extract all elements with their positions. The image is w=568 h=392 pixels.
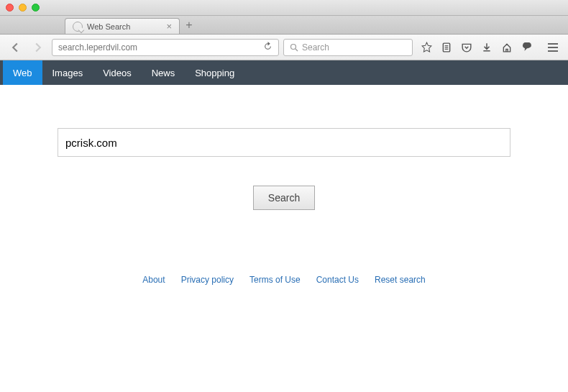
main-content: Search About Privacy policy Terms of Use… bbox=[0, 85, 568, 314]
chat-button[interactable] bbox=[518, 39, 536, 56]
footer-reset[interactable]: Reset search bbox=[375, 275, 426, 285]
new-tab-button[interactable]: + bbox=[180, 16, 198, 34]
globe-icon bbox=[73, 22, 83, 32]
pocket-button[interactable] bbox=[457, 39, 476, 56]
reading-list-button[interactable] bbox=[437, 39, 456, 56]
browser-search-bar[interactable]: Search bbox=[283, 39, 413, 56]
refresh-button[interactable] bbox=[263, 42, 272, 53]
home-button[interactable] bbox=[498, 39, 516, 56]
nav-videos[interactable]: Videos bbox=[93, 60, 142, 85]
minimize-window-button[interactable] bbox=[19, 4, 27, 12]
nav-shopping[interactable]: Shopping bbox=[185, 60, 244, 85]
nav-news-label: News bbox=[152, 68, 175, 78]
nav-images-label: Images bbox=[52, 68, 83, 78]
nav-news[interactable]: News bbox=[142, 60, 185, 85]
search-icon bbox=[290, 43, 298, 52]
tab-title: Web Search bbox=[87, 22, 130, 31]
tab-close-button[interactable]: × bbox=[166, 21, 172, 32]
window-titlebar bbox=[0, 0, 568, 16]
search-input[interactable] bbox=[58, 128, 510, 157]
nav-images[interactable]: Images bbox=[42, 60, 93, 85]
downloads-button[interactable] bbox=[477, 39, 496, 56]
svg-point-0 bbox=[291, 44, 296, 49]
browser-tabbar: Web Search × + bbox=[0, 16, 568, 35]
footer-about[interactable]: About bbox=[142, 275, 165, 285]
traffic-lights bbox=[6, 4, 40, 12]
search-button[interactable]: Search bbox=[253, 186, 315, 210]
menu-button[interactable] bbox=[544, 39, 562, 56]
svg-line-1 bbox=[296, 49, 298, 51]
url-bar[interactable]: search.leperdvil.com bbox=[52, 39, 279, 56]
nav-videos-label: Videos bbox=[103, 68, 132, 78]
toolbar-icons bbox=[417, 39, 536, 56]
nav-web[interactable]: Web bbox=[3, 60, 42, 85]
footer-contact[interactable]: Contact Us bbox=[316, 275, 359, 285]
nav-web-label: Web bbox=[13, 68, 32, 78]
content-nav: Web Images Videos News Shopping bbox=[0, 60, 568, 85]
back-button[interactable] bbox=[6, 39, 24, 56]
browser-search-placeholder: Search bbox=[302, 42, 329, 53]
maximize-window-button[interactable] bbox=[32, 4, 40, 12]
browser-tab[interactable]: Web Search × bbox=[65, 18, 180, 34]
bookmark-button[interactable] bbox=[417, 39, 436, 56]
close-window-button[interactable] bbox=[6, 4, 14, 12]
footer-links: About Privacy policy Terms of Use Contac… bbox=[58, 275, 510, 285]
forward-button[interactable] bbox=[29, 39, 47, 56]
footer-terms[interactable]: Terms of Use bbox=[249, 275, 301, 285]
nav-shopping-label: Shopping bbox=[195, 68, 234, 78]
footer-privacy[interactable]: Privacy policy bbox=[181, 275, 234, 285]
browser-toolbar: search.leperdvil.com Search bbox=[0, 35, 568, 60]
url-text: search.leperdvil.com bbox=[58, 42, 137, 53]
